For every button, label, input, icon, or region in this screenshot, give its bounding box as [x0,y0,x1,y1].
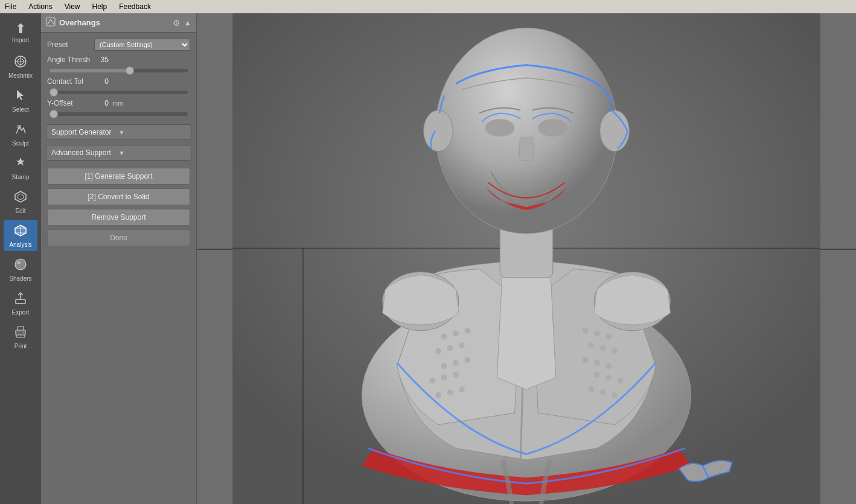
angle-thresh-slider-container [47,69,190,72]
svg-rect-14 [16,299,25,304]
preset-select[interactable]: (Custom Settings)DefaultFineCoarse [94,39,190,51]
svg-point-40 [594,331,600,337]
svg-point-30 [441,363,447,369]
svg-point-52 [600,389,606,395]
svg-point-41 [582,328,588,334]
advanced-support-dropdown[interactable]: Advanced Support ▼ [46,145,191,161]
tool-meshmix[interactable]: Meshmix [4,51,37,82]
tool-print[interactable]: Print [4,321,37,352]
done-button[interactable]: Done [47,229,190,246]
tool-meshmix-label: Meshmix [8,72,33,79]
y-offset-label: Y-Offset [47,99,91,107]
menu-file[interactable]: File [2,1,19,12]
sculpt-icon [13,122,28,139]
tool-analysis-label: Analysis [9,241,31,248]
svg-point-12 [15,259,26,270]
tool-shaders-label: Shaders [9,275,31,282]
overhangs-icon [46,17,56,28]
edit-icon [13,190,28,206]
angle-thresh-value: 35 [94,56,109,64]
svg-point-26 [465,328,471,334]
svg-point-32 [465,357,471,363]
remove-support-button[interactable]: Remove Support [47,209,190,226]
svg-point-34 [441,375,447,381]
thanos-bust-svg [197,13,856,504]
tool-select-label: Select [12,106,29,113]
settings-icon[interactable]: ⚙ [173,18,180,28]
svg-point-24 [441,334,447,340]
advanced-support-label: Advanced Support [51,148,119,157]
svg-point-28 [447,345,453,351]
3d-viewport[interactable] [197,13,856,504]
svg-point-50 [594,372,600,378]
svg-point-36 [435,392,441,398]
action-buttons-area: [1] Generate Support [2] Convert to Soli… [41,163,196,251]
svg-point-61 [600,110,630,152]
svg-point-45 [605,363,612,369]
main-area: ⬆ Import Meshmix Select [0,13,856,504]
contact-tol-value: 0 [94,77,109,86]
side-panel: Overhangs ⚙ ▲ Preset (Custom Settings)De… [41,13,197,504]
contact-tol-row: Contact Tol 0 [47,77,190,86]
svg-point-37 [447,389,453,395]
menu-view[interactable]: View [62,1,83,12]
y-offset-slider-container [47,112,190,116]
shaders-icon [13,257,28,274]
svg-point-53 [588,386,594,392]
tool-import-label: Import [12,37,29,43]
tool-sculpt-label: Sculpt [12,140,29,147]
menu-feedback[interactable]: Feedback [117,1,153,12]
svg-point-49 [605,375,612,381]
svg-point-39 [605,334,612,340]
tool-stamp[interactable]: Stamp [4,152,37,183]
import-icon: ⬆ [15,22,26,36]
print-icon [13,325,28,342]
tool-sculpt[interactable]: Sculpt [4,118,37,150]
svg-point-59 [538,119,567,136]
svg-marker-7 [18,194,24,200]
tool-shaders[interactable]: Shaders [4,254,37,285]
tool-import[interactable]: ⬆ Import [4,17,37,48]
panel-body: Preset (Custom Settings)DefaultFineCoars… [41,33,196,122]
svg-marker-6 [15,191,26,202]
tool-export-label: Export [12,309,30,316]
svg-point-60 [424,110,453,152]
left-toolbar: ⬆ Import Meshmix Select [0,13,41,504]
svg-point-33 [429,378,435,384]
y-offset-slider[interactable] [50,112,188,116]
svg-point-18 [23,332,24,333]
support-generator-label: Support Generator [51,128,119,136]
export-icon [13,291,28,308]
svg-point-27 [435,348,441,354]
contact-tol-slider-container [47,91,190,94]
svg-point-44 [588,342,594,348]
preset-label: Preset [47,40,91,49]
angle-thresh-slider[interactable] [50,69,188,72]
tool-export[interactable]: Export [4,287,37,319]
y-offset-unit: mm [112,100,124,107]
svg-point-51 [612,392,618,398]
menu-bar: File Actions View Help Feedback [0,0,856,13]
stamp-icon [13,156,28,173]
tool-stamp-label: Stamp [12,174,30,180]
svg-marker-4 [17,90,24,100]
y-offset-value: 0 [94,99,109,107]
support-generator-dropdown[interactable]: Support Generator ▼ [46,124,191,140]
svg-point-38 [459,386,465,392]
advanced-support-container: Advanced Support ▼ [41,142,196,163]
menu-help[interactable]: Help [90,1,110,12]
tool-select[interactable]: Select [4,85,37,116]
select-icon [13,88,28,105]
convert-to-solid-button[interactable]: [2] Convert to Solid [47,188,190,205]
collapse-icon[interactable]: ▲ [184,19,191,27]
svg-point-31 [453,360,459,366]
angle-thresh-label: Angle Thresh [47,56,91,64]
support-generator-arrow: ▼ [119,129,187,136]
svg-point-43 [600,345,606,351]
contact-tol-slider[interactable] [50,91,188,94]
generate-support-button[interactable]: [1] Generate Support [47,168,190,185]
tool-edit[interactable]: Edit [4,186,37,217]
y-offset-row: Y-Offset 0 mm [47,99,190,107]
tool-analysis[interactable]: Analysis [4,220,37,251]
menu-actions[interactable]: Actions [26,1,54,12]
